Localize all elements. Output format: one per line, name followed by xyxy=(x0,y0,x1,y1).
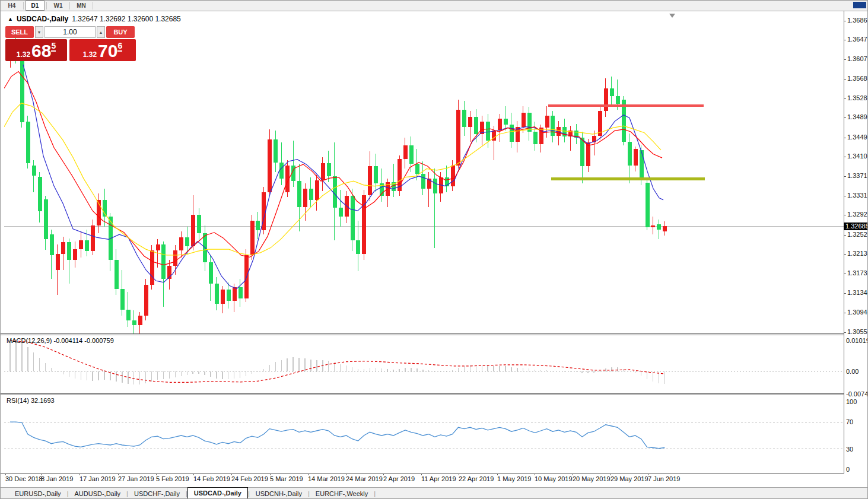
timeframe-toolbar: H4D1W1MN xyxy=(1,1,868,11)
date-axis-label: 14 Feb 2019 xyxy=(193,475,230,482)
collapse-triangle-icon[interactable]: ▲ xyxy=(8,16,13,22)
toolbar-separator xyxy=(93,2,93,9)
candle-body xyxy=(533,132,538,144)
timeframe-button-d1[interactable]: D1 xyxy=(26,1,44,11)
candle-body xyxy=(20,60,24,122)
buy-price-pip: 6 xyxy=(117,41,122,52)
candle-body xyxy=(562,127,567,137)
sell-price-base: 1.32 xyxy=(17,50,30,59)
one-click-trade-panel: SELL ▼ ▲ BUY 1.32 68 5 1.32 70 6 xyxy=(5,26,136,61)
buy-button[interactable]: BUY xyxy=(106,26,135,38)
candle-body xyxy=(551,116,555,135)
chart-tab-eurusd[interactable]: EURUSD-,Daily xyxy=(9,488,67,499)
candle-body xyxy=(610,88,614,96)
candle-body xyxy=(256,221,260,231)
date-axis-label: 24 Feb 2019 xyxy=(231,475,268,482)
candle-body xyxy=(362,195,366,255)
chart-title: ▲ USDCAD-,Daily 1.32647 1.32692 1.32600 … xyxy=(8,15,181,23)
price-axis-label: 1.32920 xyxy=(847,211,868,218)
volume-increase-button[interactable]: ▲ xyxy=(97,26,105,38)
price-axis-label: 1.31730 xyxy=(847,269,868,276)
date-axis-label: 20 May 2019 xyxy=(573,475,611,482)
timeframe-button-h4[interactable]: H4 xyxy=(2,1,21,11)
candle-body xyxy=(409,145,414,164)
toolbar-separator xyxy=(69,2,70,9)
date-axis-label: 24 Mar 2019 xyxy=(346,475,383,482)
rsi-axis-label: 0 xyxy=(846,466,850,473)
macd-axis-label: -0.007476 xyxy=(846,390,868,398)
candle-body xyxy=(339,208,343,217)
candle-body xyxy=(297,181,301,206)
candle-body xyxy=(351,196,355,240)
candle-body xyxy=(456,110,460,166)
candle-body xyxy=(215,284,219,303)
timeframe-button-mn[interactable]: MN xyxy=(72,1,91,11)
candle-body xyxy=(197,215,201,233)
chart-tab-usdchf[interactable]: USDCHF-,Daily xyxy=(128,488,186,499)
date-axis-label: 11 Apr 2019 xyxy=(421,475,456,482)
timeframe-button-w1[interactable]: W1 xyxy=(49,1,68,11)
chart-ohlc-values: 1.32647 1.32692 1.32600 1.32685 xyxy=(72,15,181,23)
macd-pane-canvas[interactable] xyxy=(4,336,844,394)
chart-tab-bar: EURUSD-,Daily|AUDUSD-,Daily|USDCHF-,Dail… xyxy=(1,487,868,499)
rsi-pane-canvas[interactable] xyxy=(4,395,844,473)
price-axis-label: 1.33710 xyxy=(847,172,868,179)
price-axis-label: 1.30940 xyxy=(847,309,868,316)
chart-tab-usdcad[interactable]: USDCAD-,Daily xyxy=(187,487,248,499)
ma-fast-red xyxy=(4,72,662,265)
sell-button[interactable]: SELL xyxy=(5,26,34,38)
candle-body xyxy=(462,110,466,127)
candle-body xyxy=(209,262,213,284)
macd-axis-label: 0.00 xyxy=(846,368,859,375)
tab-separator: | xyxy=(374,488,376,499)
chart-shift-marker[interactable] xyxy=(669,14,675,18)
rsi-axis-label: 30 xyxy=(846,446,853,453)
candle-body xyxy=(91,225,95,251)
buy-price-box[interactable]: 1.32 70 6 xyxy=(69,39,136,61)
sell-price-big: 68 xyxy=(31,41,51,61)
toolbar-separator xyxy=(23,2,24,9)
candle-body xyxy=(126,310,131,320)
candle-body xyxy=(161,244,166,279)
buy-price-big: 70 xyxy=(98,41,117,61)
candle-body xyxy=(309,189,313,200)
rsi-axis-label: 100 xyxy=(846,398,857,405)
chart-tab-audusd[interactable]: AUDUSD-,Daily xyxy=(68,488,126,499)
date-axis-label: 27 Jan 2019 xyxy=(118,475,154,482)
volume-input[interactable] xyxy=(44,26,96,38)
candle-body xyxy=(421,174,425,189)
candle-body xyxy=(79,240,83,249)
candle-body xyxy=(663,226,667,231)
chart-tab-eurchf[interactable]: EURCHF-,Weekly xyxy=(310,488,374,499)
candle-body xyxy=(640,150,644,180)
candle-body xyxy=(85,240,89,251)
pane-separator-macd[interactable] xyxy=(1,333,844,335)
candle-body xyxy=(120,289,125,310)
rsi-line xyxy=(10,422,664,449)
chart-tab-usdcnh[interactable]: USDCNH-,Daily xyxy=(250,488,308,499)
candle-body xyxy=(61,242,65,254)
date-axis-label: 14 Mar 2019 xyxy=(308,475,345,482)
candle-body xyxy=(433,179,437,193)
price-axis-label: 1.34890 xyxy=(847,113,868,120)
candle-body xyxy=(239,287,243,298)
price-axis-label: 1.35680 xyxy=(847,75,868,82)
price-axis-label: 1.36470 xyxy=(847,36,868,43)
volume-decrease-button[interactable]: ▼ xyxy=(35,26,43,38)
sell-price-box[interactable]: 1.32 68 5 xyxy=(5,39,67,61)
candle-body xyxy=(173,250,177,266)
candle-body xyxy=(144,285,148,316)
macd-axis-label: 0.010199 xyxy=(846,337,868,344)
price-axis-label: 1.33310 xyxy=(847,192,868,199)
candle-body xyxy=(73,249,77,259)
candle-body xyxy=(132,320,136,325)
candle-body xyxy=(179,237,183,250)
price-axis-label: 1.36860 xyxy=(847,17,868,24)
candle-body xyxy=(44,199,48,239)
candle-body xyxy=(191,215,195,246)
date-axis-label: 2 Apr 2019 xyxy=(383,475,415,482)
candle-body xyxy=(657,224,661,229)
date-axis-label: 30 Dec 2018 xyxy=(5,475,42,482)
rsi-axis-label: 70 xyxy=(846,418,853,425)
candle-body xyxy=(374,166,378,183)
